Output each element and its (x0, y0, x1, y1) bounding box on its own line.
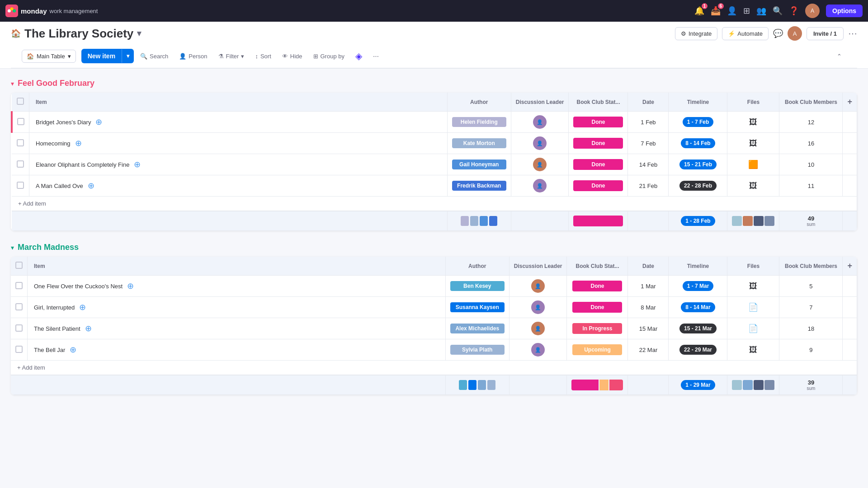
top-nav: monday work management 🔔 1 📥 6 👤 ⊞ 👥 🔍 ❓… (0, 0, 868, 22)
apps-grid-icon[interactable]: ⊞ (743, 6, 750, 16)
row-date: 1 Mar (628, 276, 669, 297)
add-subitem-icon[interactable]: ⊕ (83, 324, 92, 333)
more-options-icon[interactable]: ⋯ (848, 28, 857, 39)
select-all-checkbox[interactable] (17, 98, 24, 105)
row-dl: 👤 (509, 276, 567, 297)
row-date: 22 Mar (628, 339, 669, 361)
people-icon[interactable]: 👥 (756, 6, 766, 16)
add-subitem-icon[interactable]: ⊕ (94, 117, 102, 127)
group-header-mar[interactable]: ▾ March Madness (11, 240, 857, 257)
summary-extra (843, 211, 857, 231)
author-badge: Alex Michaelides (450, 324, 505, 333)
options-button[interactable]: Options (826, 5, 863, 17)
row-check (12, 133, 29, 154)
page-title-chevron-icon[interactable]: ▾ (137, 28, 141, 38)
more-toolbar-button[interactable]: ⋯ (368, 50, 383, 62)
page-header: 🏠 The Library Society ▾ ⚙ Integrate ⚡ Au… (0, 22, 868, 69)
group-by-button[interactable]: ⊞ Group by (309, 50, 349, 62)
row-files: 🖼 (727, 339, 779, 361)
row-checkbox[interactable] (17, 182, 24, 189)
invite-button[interactable]: Invite / 1 (807, 27, 844, 40)
row-checkbox[interactable] (17, 118, 24, 125)
add-column-icon[interactable]: + (847, 97, 852, 106)
row-checkbox[interactable] (17, 160, 24, 168)
add-subitem-icon[interactable]: ⊕ (68, 345, 76, 355)
row-status[interactable]: Done (567, 297, 628, 318)
search-label: Search (150, 53, 168, 60)
col-add-header-mar[interactable]: + (843, 257, 857, 276)
integrate-button[interactable]: ⚙ Integrate (675, 27, 717, 40)
dl-avatar: 👤 (533, 115, 547, 129)
help-icon[interactable]: ❓ (789, 6, 799, 16)
add-item-cell-mar[interactable]: + Add item (11, 361, 857, 375)
row-date: 1 Feb (628, 112, 669, 133)
automate-button[interactable]: ⚡ Automate (722, 27, 769, 40)
header-avatar[interactable]: A (788, 26, 802, 41)
main-table-button[interactable]: 🏠 Main Table ▾ (22, 50, 76, 63)
new-item-label[interactable]: New item (81, 49, 122, 63)
add-subitem-icon[interactable]: ⊕ (73, 138, 82, 148)
timeline-badge: 22 - 29 Mar (679, 345, 717, 355)
person-button[interactable]: 👤 Person (175, 50, 212, 62)
row-status[interactable]: Done (567, 276, 628, 297)
new-item-button[interactable]: New item ▾ (81, 49, 134, 63)
row-date: 7 Feb (628, 133, 669, 154)
row-dl: 👤 (509, 318, 567, 339)
group-chevron-feb-icon[interactable]: ▾ (11, 80, 14, 87)
row-checkbox[interactable] (15, 346, 23, 353)
timeline-badge: 8 - 14 Feb (681, 138, 715, 148)
row-author: Helen Fielding (447, 112, 511, 133)
table-row: Bridget Jones's Diary ⊕ Helen Fielding 👤… (12, 112, 857, 133)
user-avatar-top[interactable]: A (805, 4, 820, 18)
row-checkbox[interactable] (15, 303, 23, 310)
item-name: The Silent Patient (34, 325, 80, 332)
hide-button[interactable]: 👁 Hide (278, 50, 307, 62)
col-files-header-mar: Files (727, 257, 779, 276)
summary-date-mar (628, 375, 669, 395)
new-item-arrow-icon[interactable]: ▾ (122, 49, 134, 63)
row-status[interactable]: Done (569, 133, 628, 154)
add-subitem-icon[interactable]: ⊕ (77, 302, 86, 312)
bell-icon[interactable]: 🔔 1 (694, 6, 704, 16)
row-status[interactable]: Done (569, 175, 628, 197)
summary-author-mar (445, 375, 509, 395)
dl-avatar: 👤 (531, 343, 545, 357)
col-author-header: Author (447, 93, 511, 112)
row-item: The Silent Patient ⊕ (28, 318, 446, 339)
group-header-feb[interactable]: ▾ Feel Good February (11, 76, 857, 93)
select-all-checkbox-mar[interactable] (15, 262, 23, 269)
row-item: Homecoming ⊕ (29, 133, 448, 154)
row-status[interactable]: Upcoming (567, 339, 628, 361)
row-checkbox[interactable] (17, 139, 24, 146)
collapse-button[interactable]: ⌃ (832, 50, 846, 62)
add-subitem-icon[interactable]: ⊕ (86, 181, 94, 191)
row-checkbox[interactable] (15, 282, 23, 289)
invite-people-icon[interactable]: 👤 (727, 6, 737, 16)
add-item-row-feb[interactable]: + Add item (12, 197, 857, 211)
filter-button[interactable]: ⚗ Filter ▾ (214, 50, 249, 62)
row-checkbox[interactable] (15, 324, 23, 332)
item-name: Eleanor Oliphant is Completely Fine (36, 161, 129, 168)
row-status[interactable]: In Progress (567, 318, 628, 339)
sort-button[interactable]: ↕ Sort (250, 50, 275, 62)
inbox-icon[interactable]: 📥 6 (711, 6, 721, 16)
search-icon[interactable]: 🔍 (773, 6, 783, 16)
row-item: Bridget Jones's Diary ⊕ (29, 112, 448, 133)
monday-logo-icon (5, 5, 18, 17)
add-item-row-mar[interactable]: + Add item (11, 361, 857, 375)
group-chevron-mar-icon[interactable]: ▾ (11, 244, 14, 251)
row-item: A Man Called Ove ⊕ (29, 175, 448, 197)
table-row: Homecoming ⊕ Kate Morton 👤 Done (12, 133, 857, 154)
chat-icon[interactable]: 💬 (773, 28, 783, 38)
row-status[interactable]: Done (569, 112, 628, 133)
add-subitem-icon[interactable]: ⊕ (125, 281, 134, 291)
search-button[interactable]: 🔍 Search (136, 50, 173, 62)
author-badge: Gail Honeyman (452, 160, 506, 169)
add-item-cell[interactable]: + Add item (12, 197, 857, 211)
add-column-icon-mar[interactable]: + (847, 261, 852, 270)
row-status[interactable]: Done (569, 154, 628, 175)
add-subitem-icon[interactable]: ⊕ (132, 160, 141, 169)
item-name: The Bell Jar (34, 347, 65, 353)
person-icon: 👤 (179, 53, 186, 60)
ai-button[interactable]: ◈ (351, 48, 367, 64)
